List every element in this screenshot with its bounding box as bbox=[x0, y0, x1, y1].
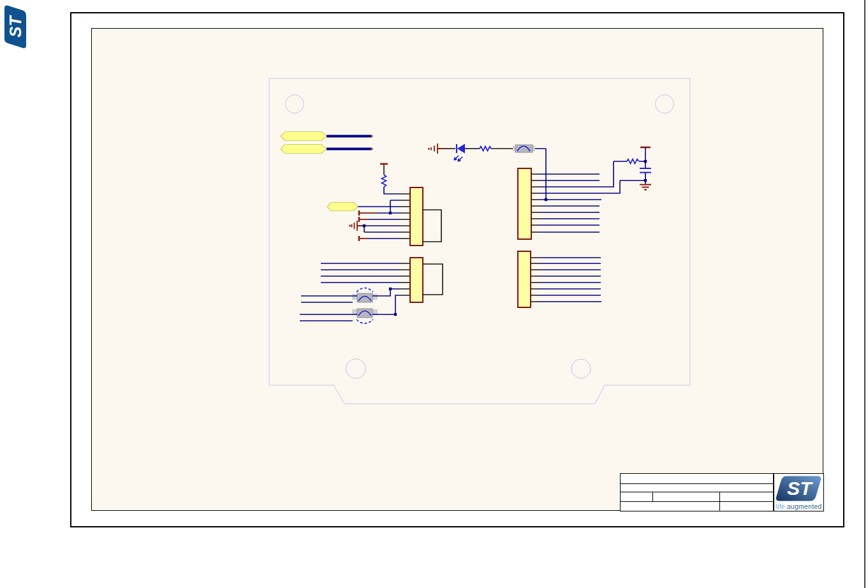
junction bbox=[363, 224, 365, 227]
junction bbox=[644, 179, 647, 182]
solder-bridge-2 bbox=[352, 309, 378, 323]
rc-filter bbox=[614, 147, 651, 190]
ferrite-bead bbox=[513, 145, 535, 152]
net-flag-1 bbox=[281, 132, 373, 141]
junction bbox=[644, 160, 647, 163]
power-bar bbox=[359, 217, 369, 222]
title-block-divider bbox=[719, 492, 720, 511]
junction bbox=[389, 288, 392, 290]
mounting-hole bbox=[346, 359, 366, 379]
mounting-hole bbox=[571, 359, 591, 378]
net-flag-2 bbox=[281, 145, 373, 154]
series-resistor bbox=[480, 147, 491, 151]
capacitor bbox=[640, 161, 651, 180]
title-block-divider bbox=[621, 483, 773, 484]
tagline-augmented: augmented bbox=[787, 503, 821, 510]
tagline-life: life. bbox=[776, 503, 787, 510]
mounting-hole bbox=[656, 95, 674, 114]
connector-module-lower-left bbox=[300, 258, 443, 323]
solder-bridge-1 bbox=[352, 288, 378, 303]
title-block-divider bbox=[621, 492, 773, 492]
ground-symbol bbox=[349, 221, 364, 231]
net-flag-3 bbox=[327, 203, 358, 211]
filter-resistor bbox=[627, 159, 639, 164]
junction bbox=[394, 313, 397, 316]
connector-body bbox=[518, 168, 531, 239]
title-block-divider bbox=[621, 501, 773, 502]
st-logo: ST bbox=[776, 474, 821, 503]
connector-module-upper-left bbox=[327, 164, 441, 246]
title-block-logo-box: ST life.augmented bbox=[774, 473, 824, 511]
power-bar bbox=[380, 164, 388, 166]
connector-body bbox=[410, 187, 423, 246]
connector-module-upper-right bbox=[518, 147, 651, 239]
power-bar bbox=[359, 236, 369, 241]
junction bbox=[545, 198, 547, 201]
power-bar bbox=[359, 210, 376, 216]
pull-resistor bbox=[382, 175, 386, 187]
st-logo-monogram: ST bbox=[787, 478, 813, 499]
led-symbol bbox=[454, 144, 465, 162]
title-block-table bbox=[620, 473, 774, 511]
connector-module-lower-right bbox=[518, 251, 601, 307]
ground-symbol bbox=[428, 143, 446, 154]
connector-body bbox=[410, 258, 423, 302]
document-page: ST bbox=[0, 0, 868, 588]
connector-body bbox=[518, 251, 531, 307]
board-outline bbox=[269, 78, 690, 404]
title-block-divider bbox=[652, 492, 653, 501]
st-tagline: life.augmented bbox=[774, 503, 823, 510]
mounting-hole bbox=[286, 95, 304, 114]
junction bbox=[389, 212, 392, 214]
